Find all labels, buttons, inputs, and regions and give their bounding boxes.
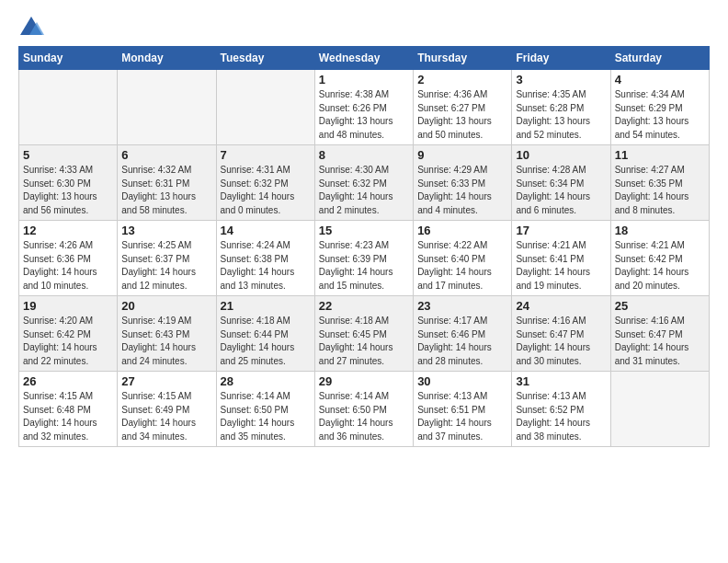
- day-info: Sunrise: 4:24 AM Sunset: 6:38 PM Dayligh…: [221, 239, 311, 293]
- calendar-cell: 9Sunrise: 4:29 AM Sunset: 6:33 PM Daylig…: [414, 145, 512, 221]
- calendar-cell: [19, 70, 118, 145]
- day-number: 26: [23, 374, 113, 388]
- weekday-header-wednesday: Wednesday: [314, 47, 413, 70]
- weekday-header-row: SundayMondayTuesdayWednesdayThursdayFrid…: [19, 47, 710, 70]
- calendar-week-row: 19Sunrise: 4:20 AM Sunset: 6:42 PM Dayli…: [19, 296, 710, 372]
- weekday-header-tuesday: Tuesday: [216, 47, 314, 70]
- logo-icon: [18, 15, 44, 40]
- day-info: Sunrise: 4:21 AM Sunset: 6:41 PM Dayligh…: [516, 239, 606, 293]
- header: [18, 15, 710, 40]
- calendar-cell: 13Sunrise: 4:25 AM Sunset: 6:37 PM Dayli…: [118, 221, 216, 296]
- day-number: 4: [615, 73, 705, 86]
- day-number: 15: [319, 224, 409, 237]
- day-number: 29: [319, 374, 409, 388]
- calendar-cell: 19Sunrise: 4:20 AM Sunset: 6:42 PM Dayli…: [19, 296, 118, 372]
- calendar-cell: 28Sunrise: 4:14 AM Sunset: 6:50 PM Dayli…: [216, 372, 314, 447]
- day-number: 10: [516, 148, 606, 162]
- calendar-cell: 3Sunrise: 4:35 AM Sunset: 6:28 PM Daylig…: [512, 70, 610, 145]
- calendar-cell: 11Sunrise: 4:27 AM Sunset: 6:35 PM Dayli…: [610, 145, 709, 221]
- day-number: 16: [417, 224, 507, 237]
- day-info: Sunrise: 4:32 AM Sunset: 6:31 PM Dayligh…: [121, 164, 211, 217]
- calendar-week-row: 1Sunrise: 4:38 AM Sunset: 6:26 PM Daylig…: [19, 70, 710, 145]
- day-info: Sunrise: 4:13 AM Sunset: 6:51 PM Dayligh…: [417, 390, 507, 443]
- calendar-cell: 4Sunrise: 4:34 AM Sunset: 6:29 PM Daylig…: [610, 70, 709, 145]
- day-number: 1: [319, 73, 409, 86]
- calendar-cell: 31Sunrise: 4:13 AM Sunset: 6:52 PM Dayli…: [512, 372, 610, 447]
- calendar-cell: 29Sunrise: 4:14 AM Sunset: 6:50 PM Dayli…: [314, 372, 413, 447]
- day-number: 6: [121, 148, 211, 162]
- day-info: Sunrise: 4:14 AM Sunset: 6:50 PM Dayligh…: [319, 390, 409, 443]
- day-info: Sunrise: 4:14 AM Sunset: 6:50 PM Dayligh…: [221, 390, 311, 443]
- day-number: 5: [23, 148, 113, 162]
- day-info: Sunrise: 4:31 AM Sunset: 6:32 PM Dayligh…: [221, 164, 311, 217]
- day-number: 20: [121, 299, 211, 313]
- day-number: 13: [121, 224, 211, 237]
- calendar-table: SundayMondayTuesdayWednesdayThursdayFrid…: [18, 46, 710, 447]
- logo: [18, 15, 46, 40]
- calendar-cell: 27Sunrise: 4:15 AM Sunset: 6:49 PM Dayli…: [118, 372, 216, 447]
- day-info: Sunrise: 4:25 AM Sunset: 6:37 PM Dayligh…: [121, 239, 211, 293]
- day-number: 17: [516, 224, 606, 237]
- day-number: 14: [221, 224, 311, 237]
- day-number: 22: [319, 299, 409, 313]
- day-info: Sunrise: 4:13 AM Sunset: 6:52 PM Dayligh…: [516, 390, 606, 443]
- day-info: Sunrise: 4:19 AM Sunset: 6:43 PM Dayligh…: [121, 315, 211, 368]
- day-info: Sunrise: 4:18 AM Sunset: 6:45 PM Dayligh…: [319, 315, 409, 368]
- day-number: 21: [221, 299, 311, 313]
- day-number: 23: [417, 299, 507, 313]
- day-number: 19: [23, 299, 113, 313]
- day-number: 25: [615, 299, 705, 313]
- day-info: Sunrise: 4:34 AM Sunset: 6:29 PM Dayligh…: [615, 88, 705, 142]
- calendar-cell: 17Sunrise: 4:21 AM Sunset: 6:41 PM Dayli…: [512, 221, 610, 296]
- calendar-cell: 18Sunrise: 4:21 AM Sunset: 6:42 PM Dayli…: [610, 221, 709, 296]
- calendar-cell: 22Sunrise: 4:18 AM Sunset: 6:45 PM Dayli…: [314, 296, 413, 372]
- day-number: 24: [516, 299, 606, 313]
- calendar-cell: 8Sunrise: 4:30 AM Sunset: 6:32 PM Daylig…: [314, 145, 413, 221]
- page-container: SundayMondayTuesdayWednesdayThursdayFrid…: [0, 0, 728, 456]
- calendar-cell: 23Sunrise: 4:17 AM Sunset: 6:46 PM Dayli…: [414, 296, 512, 372]
- calendar-cell: 2Sunrise: 4:36 AM Sunset: 6:27 PM Daylig…: [414, 70, 512, 145]
- calendar-week-row: 26Sunrise: 4:15 AM Sunset: 6:48 PM Dayli…: [19, 372, 710, 447]
- day-number: 30: [417, 374, 507, 388]
- day-info: Sunrise: 4:22 AM Sunset: 6:40 PM Dayligh…: [417, 239, 507, 293]
- calendar-cell: 30Sunrise: 4:13 AM Sunset: 6:51 PM Dayli…: [414, 372, 512, 447]
- calendar-cell: 26Sunrise: 4:15 AM Sunset: 6:48 PM Dayli…: [19, 372, 118, 447]
- day-info: Sunrise: 4:29 AM Sunset: 6:33 PM Dayligh…: [417, 164, 507, 217]
- day-info: Sunrise: 4:35 AM Sunset: 6:28 PM Dayligh…: [516, 88, 606, 142]
- day-number: 3: [516, 73, 606, 86]
- day-info: Sunrise: 4:18 AM Sunset: 6:44 PM Dayligh…: [221, 315, 311, 368]
- day-number: 7: [221, 148, 311, 162]
- day-info: Sunrise: 4:27 AM Sunset: 6:35 PM Dayligh…: [615, 164, 705, 217]
- day-number: 27: [121, 374, 211, 388]
- weekday-header-thursday: Thursday: [414, 47, 512, 70]
- calendar-cell: 25Sunrise: 4:16 AM Sunset: 6:47 PM Dayli…: [610, 296, 709, 372]
- calendar-cell: 24Sunrise: 4:16 AM Sunset: 6:47 PM Dayli…: [512, 296, 610, 372]
- day-number: 28: [221, 374, 311, 388]
- day-info: Sunrise: 4:21 AM Sunset: 6:42 PM Dayligh…: [615, 239, 705, 293]
- weekday-header-monday: Monday: [118, 47, 216, 70]
- day-info: Sunrise: 4:36 AM Sunset: 6:27 PM Dayligh…: [417, 88, 507, 142]
- day-info: Sunrise: 4:33 AM Sunset: 6:30 PM Dayligh…: [23, 164, 113, 217]
- calendar-cell: 1Sunrise: 4:38 AM Sunset: 6:26 PM Daylig…: [314, 70, 413, 145]
- day-info: Sunrise: 4:20 AM Sunset: 6:42 PM Dayligh…: [23, 315, 113, 368]
- day-number: 9: [417, 148, 507, 162]
- day-info: Sunrise: 4:15 AM Sunset: 6:48 PM Dayligh…: [23, 390, 113, 443]
- day-number: 8: [319, 148, 409, 162]
- calendar-cell: 15Sunrise: 4:23 AM Sunset: 6:39 PM Dayli…: [314, 221, 413, 296]
- day-number: 2: [417, 73, 507, 86]
- day-number: 12: [23, 224, 113, 237]
- day-info: Sunrise: 4:17 AM Sunset: 6:46 PM Dayligh…: [417, 315, 507, 368]
- calendar-cell: [216, 70, 314, 145]
- calendar-cell: 10Sunrise: 4:28 AM Sunset: 6:34 PM Dayli…: [512, 145, 610, 221]
- weekday-header-saturday: Saturday: [610, 47, 709, 70]
- day-info: Sunrise: 4:23 AM Sunset: 6:39 PM Dayligh…: [319, 239, 409, 293]
- calendar-week-row: 5Sunrise: 4:33 AM Sunset: 6:30 PM Daylig…: [19, 145, 710, 221]
- day-info: Sunrise: 4:15 AM Sunset: 6:49 PM Dayligh…: [121, 390, 211, 443]
- calendar-cell: [118, 70, 216, 145]
- calendar-cell: 20Sunrise: 4:19 AM Sunset: 6:43 PM Dayli…: [118, 296, 216, 372]
- calendar-cell: [610, 372, 709, 447]
- day-info: Sunrise: 4:26 AM Sunset: 6:36 PM Dayligh…: [23, 239, 113, 293]
- day-info: Sunrise: 4:30 AM Sunset: 6:32 PM Dayligh…: [319, 164, 409, 217]
- day-info: Sunrise: 4:28 AM Sunset: 6:34 PM Dayligh…: [516, 164, 606, 217]
- calendar-cell: 16Sunrise: 4:22 AM Sunset: 6:40 PM Dayli…: [414, 221, 512, 296]
